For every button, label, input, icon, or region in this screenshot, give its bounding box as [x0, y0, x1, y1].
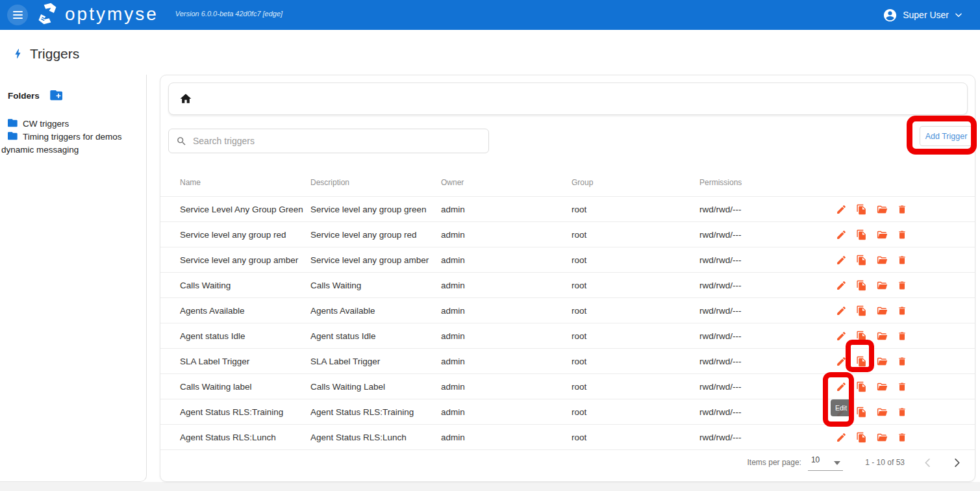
delete-icon[interactable] [897, 381, 907, 392]
table-row: Service level any group red Service leve… [160, 221, 975, 247]
copy-icon[interactable] [856, 255, 867, 266]
row-actions [803, 381, 975, 392]
cell-description: Service level any group amber [310, 255, 441, 265]
move-folder-icon[interactable] [876, 255, 888, 266]
row-actions [803, 407, 975, 418]
delete-icon[interactable] [897, 356, 907, 367]
cell-owner: admin [441, 306, 572, 316]
cell-permissions: rwd/rwd/--- [699, 306, 803, 316]
move-folder-icon[interactable] [876, 331, 888, 342]
move-folder-icon[interactable] [876, 280, 888, 291]
delete-icon[interactable] [897, 407, 907, 418]
bolt-icon [12, 45, 24, 62]
cell-group: root [572, 357, 699, 366]
chevron-down-icon [954, 10, 963, 19]
cell-description: SLA Label Trigger [310, 357, 441, 366]
cell-group: root [572, 331, 699, 341]
edit-icon[interactable] [836, 204, 847, 215]
edit-icon[interactable] [836, 432, 847, 443]
row-actions [803, 331, 975, 342]
table-row: Agents Available Agents Available admin … [160, 297, 975, 323]
table-row: Service level any group amber Service le… [160, 247, 975, 272]
cell-group: root [572, 433, 699, 442]
cell-permissions: rwd/rwd/--- [699, 281, 803, 290]
row-actions [803, 229, 975, 240]
table-row: Calls Waiting Calls Waiting admin root r… [160, 272, 975, 297]
folders-sidebar: Folders CW triggers Timing triggers for … [0, 75, 147, 482]
cell-owner: admin [441, 357, 572, 366]
delete-icon[interactable] [897, 280, 907, 291]
app-name: optymyse [65, 4, 158, 25]
table-row: Agent status Idle Agent status Idle admi… [160, 323, 975, 348]
edit-icon[interactable] [836, 356, 847, 367]
table-row: Agent Status RLS:Training Agent Status R… [160, 399, 975, 424]
copy-icon[interactable] [856, 381, 867, 392]
delete-icon[interactable] [897, 432, 907, 443]
cell-description: Agent status Idle [310, 331, 441, 341]
edit-icon[interactable] [836, 229, 847, 240]
previous-page-button[interactable] [922, 457, 934, 469]
copy-icon[interactable] [856, 432, 867, 443]
column-header-name: Name [180, 178, 310, 187]
cell-name: Service level any group amber [180, 255, 310, 265]
move-folder-icon[interactable] [876, 305, 888, 316]
delete-icon[interactable] [897, 305, 907, 316]
triggers-panel: Add Trigger Name Description Owner Group… [160, 75, 975, 482]
copy-icon[interactable] [856, 280, 867, 291]
add-folder-button[interactable] [50, 90, 64, 101]
move-folder-icon[interactable] [876, 229, 888, 240]
page-bottom-strip [0, 482, 980, 491]
cell-description: Service level any group green [310, 205, 441, 214]
folder-icon [1, 132, 23, 142]
search-input[interactable] [193, 136, 481, 146]
user-avatar-icon [883, 8, 898, 23]
row-actions [803, 432, 975, 443]
cell-owner: admin [441, 255, 572, 265]
move-folder-icon[interactable] [876, 407, 888, 418]
copy-icon[interactable] [856, 407, 867, 418]
delete-icon[interactable] [897, 255, 907, 266]
move-folder-icon[interactable] [876, 381, 888, 392]
app-header: optymyse Version 6.0.0-beta 42d0fc7 [edg… [0, 0, 980, 30]
copy-icon[interactable] [856, 229, 867, 240]
table-row: SLA Label Trigger SLA Label Trigger admi… [160, 348, 975, 373]
cell-permissions: rwd/rwd/--- [699, 407, 803, 417]
user-name-label: Super User [903, 10, 949, 20]
move-folder-icon[interactable] [876, 204, 888, 215]
copy-icon[interactable] [856, 356, 867, 367]
edit-tooltip: Edit [831, 399, 851, 416]
delete-icon[interactable] [897, 229, 907, 240]
cell-permissions: rwd/rwd/--- [699, 382, 803, 392]
cell-permissions: rwd/rwd/--- [699, 205, 803, 214]
cell-permissions: rwd/rwd/--- [699, 331, 803, 341]
cell-owner: admin [441, 230, 572, 240]
folder-item[interactable]: Timing triggers for demos dynamic messag… [1, 131, 144, 157]
hamburger-menu-button[interactable] [7, 5, 28, 25]
edit-icon[interactable] [836, 381, 847, 392]
edit-icon[interactable] [836, 331, 847, 342]
folder-item[interactable]: CW triggers [1, 118, 144, 131]
triggers-table: Name Description Owner Group Permissions… [160, 168, 975, 450]
user-menu[interactable]: Super User [883, 8, 963, 23]
items-per-page-select[interactable]: 10 [808, 455, 843, 471]
delete-icon[interactable] [897, 331, 907, 342]
cell-owner: admin [441, 433, 572, 442]
version-label: Version 6.0.0-beta 42d0fc7 [edge] [175, 10, 283, 18]
home-icon[interactable] [179, 92, 192, 105]
copy-icon[interactable] [856, 331, 867, 342]
edit-icon[interactable] [836, 280, 847, 291]
cell-group: root [572, 281, 699, 290]
cell-description: Calls Waiting [310, 281, 441, 290]
copy-icon[interactable] [856, 204, 867, 215]
cell-name: Service Level Any Group Green [180, 205, 310, 214]
copy-icon[interactable] [856, 305, 867, 316]
move-folder-icon[interactable] [876, 432, 888, 443]
cell-owner: admin [441, 382, 572, 392]
move-folder-icon[interactable] [876, 356, 888, 367]
edit-icon[interactable] [836, 255, 847, 266]
delete-icon[interactable] [897, 204, 907, 215]
edit-icon[interactable] [836, 305, 847, 316]
add-trigger-button[interactable]: Add Trigger [920, 126, 973, 146]
cell-description: Agent Status RLS:Training [310, 407, 441, 417]
next-page-button[interactable] [951, 457, 963, 469]
